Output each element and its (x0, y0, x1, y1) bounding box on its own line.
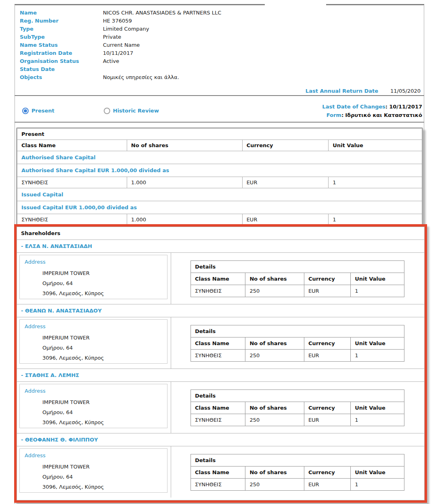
table-title-row: Present (17, 129, 422, 140)
form-value: Ιδρυτικό και Καταστατικό (345, 112, 422, 118)
shareholder-block: - ΕΛΣΑ Ν. ΑΝΑΣΤΑΣΙΑΔΗ Address IMPERIUM T… (17, 240, 424, 304)
cell-class-name: ΣΥΝΗΘΕΙΣ (191, 285, 245, 297)
details-table: Details Class Name No of shares Currency… (191, 454, 404, 491)
address-label: Address (20, 320, 167, 329)
cell-no-of-shares: 1.000 (127, 177, 242, 188)
details-title: Details (191, 454, 404, 467)
address-label: Address (20, 449, 167, 458)
info-row-name: Name NICOS CHR. ANASTASIADES & PARTNERS … (17, 9, 421, 17)
col-unit-value: Unit Value (351, 337, 404, 350)
address-label: Address (20, 255, 167, 265)
separator: : (341, 112, 343, 118)
cell-unit-value: 1 (351, 479, 404, 491)
details-header-row: Class Name No of shares Currency Unit Va… (191, 467, 404, 479)
col-class-name: Class Name (17, 140, 127, 151)
cell-no-of-shares: 250 (245, 479, 304, 491)
address-line-2: Ομήρου, 64 (42, 472, 167, 482)
separator: : (385, 104, 387, 110)
cell-unit-value: 1 (329, 177, 422, 188)
section-label: Authorised Share Capital (17, 151, 422, 164)
col-no-of-shares: No of shares (245, 402, 304, 414)
field-label: Type (17, 25, 103, 33)
address-cell: Address IMPERIUM TOWER Ομήρου, 64 3096, … (17, 317, 171, 369)
field-label: Name Status (17, 41, 103, 49)
address-line-1: IMPERIUM TOWER (42, 333, 167, 343)
address-box: Address IMPERIUM TOWER Ομήρου, 64 3096, … (19, 319, 168, 364)
section-row-authorised: Authorised Share Capital (17, 151, 422, 164)
details-title: Details (191, 261, 404, 273)
details-header-row: Class Name No of shares Currency Unit Va… (191, 273, 404, 285)
shareholder-name[interactable]: - ΕΛΣΑ Ν. ΑΝΑΣΤΑΣΙΑΔΗ (17, 240, 424, 253)
cell-currency: EUR (242, 177, 329, 188)
col-currency: Currency (304, 273, 350, 285)
radio-unselected-icon[interactable] (104, 108, 110, 114)
field-value: NICOS CHR. ANASTASIADES & PARTNERS LLC (103, 9, 421, 17)
address-cell: Address IMPERIUM TOWER Ομήρου, 64 3096, … (17, 253, 171, 304)
address-line-3: 3096, Λεμεσός, Κύπρος (42, 482, 167, 492)
field-value: Limited Company (103, 25, 421, 33)
cell-class-name: ΣΥΝΗΘΕΙΣ (191, 479, 245, 491)
field-label: Name (17, 9, 103, 17)
registry-page: Name NICOS CHR. ANASTASIADES & PARTNERS … (0, 0, 444, 504)
col-class-name: Class Name (191, 273, 245, 285)
details-cell: Details Class Name No of shares Currency… (171, 446, 424, 498)
cell-unit-value: 1 (351, 285, 404, 297)
shareholder-detail-row: Address IMPERIUM TOWER Ομήρου, 64 3096, … (17, 446, 424, 498)
col-no-of-shares: No of shares (245, 467, 304, 479)
section-row-issued-divided: Issued Capital EUR 1.000,00 divided as (17, 201, 422, 214)
info-row-name-status: Name Status Current Name (17, 41, 421, 49)
col-unit-value: Unit Value (351, 273, 404, 285)
field-label: Registration Date (17, 49, 103, 57)
details-header-row: Class Name No of shares Currency Unit Va… (191, 337, 404, 350)
info-row-type: Type Limited Company (17, 25, 421, 33)
last-annual-return-label: Last Annual Return Date (306, 88, 378, 94)
address-line-1: IMPERIUM TOWER (42, 397, 167, 407)
details-data-row: ΣΥΝΗΘΕΙΣ 250 EUR 1 (191, 414, 404, 426)
address-cell: Address IMPERIUM TOWER Ομήρου, 64 3096, … (17, 382, 171, 433)
details-title: Details (191, 390, 404, 402)
address-line-2: Ομήρου, 64 (42, 343, 167, 353)
field-label: Organisation Status (17, 57, 103, 65)
company-info-panel: Name NICOS CHR. ANASTASIADES & PARTNERS … (15, 9, 424, 94)
info-row-reg-number: Reg. Number HE 376059 (17, 17, 421, 25)
cell-class-name: ΣΥΝΗΘΕΙΣ (17, 177, 127, 188)
cell-unit-value: 1 (351, 350, 404, 362)
form-label: Form (327, 112, 341, 118)
col-currency: Currency (304, 337, 350, 350)
address-label: Address (20, 384, 167, 394)
present-radio[interactable]: Present (22, 108, 54, 114)
cell-no-of-shares: 250 (245, 414, 304, 426)
info-row-objects: Objects Νομικές υπηρεσίες και άλλα. (17, 73, 421, 81)
section-row-issued: Issued Capital (17, 188, 422, 201)
field-value: Νομικές υπηρεσίες και άλλα. (103, 73, 421, 81)
form-line: Form: Ιδρυτικό και Καταστατικό (322, 111, 422, 119)
shareholder-detail-row: Address IMPERIUM TOWER Ομήρου, 64 3096, … (17, 317, 424, 369)
last-date-of-changes-value: 10/11/2017 (389, 104, 422, 110)
radio-selected-icon[interactable] (22, 108, 29, 114)
section-label: Issued Capital (17, 188, 422, 201)
historic-review-radio[interactable]: Historic Review (104, 108, 159, 114)
address-line-2: Ομήρου, 64 (42, 278, 167, 288)
section-row-authorised-divided: Authorised Share Capital EUR 1.000,00 di… (17, 164, 422, 177)
col-unit-value: Unit Value (329, 140, 422, 151)
shareholder-block: - ΘΕΑΝΩ Ν. ΑΝΑΣΤΑΣΙΑΔΟΥ Address IMPERIUM… (17, 304, 424, 369)
details-data-row: ΣΥΝΗΘΕΙΣ 250 EUR 1 (191, 479, 404, 491)
shareholder-name[interactable]: - ΣΤΑΘΗΣ Α. ΛΕΜΗΣ (17, 369, 424, 382)
last-annual-return-row: Last Annual Return Date 11/05/2020 (17, 88, 421, 94)
historic-review-radio-label[interactable]: Historic Review (113, 108, 159, 114)
details-cell: Details Class Name No of shares Currency… (171, 382, 424, 433)
table-title: Present (17, 129, 422, 140)
details-title-row: Details (191, 261, 404, 273)
present-radio-label[interactable]: Present (31, 108, 54, 114)
cell-currency: EUR (304, 414, 350, 426)
info-row-subtype: SubType Private (17, 33, 421, 41)
details-table: Details Class Name No of shares Currency… (191, 389, 404, 426)
shareholder-name[interactable]: - ΘΕΑΝΩ Ν. ΑΝΑΣΤΑΣΙΑΔΟΥ (17, 304, 424, 317)
shareholder-name[interactable]: - ΘΕΟΦΑΝΗΣ Θ. ΦΙΛΙΠΠΟΥ (17, 433, 424, 446)
cell-class-name: ΣΥΝΗΘΕΙΣ (17, 214, 127, 225)
col-unit-value: Unit Value (351, 467, 404, 479)
col-class-name: Class Name (191, 402, 245, 414)
details-header-row: Class Name No of shares Currency Unit Va… (191, 402, 404, 414)
col-no-of-shares: No of shares (245, 273, 304, 285)
shareholders-panel: Shareholders - ΕΛΣΑ Ν. ΑΝΑΣΤΑΣΙΑΔΗ Addre… (17, 227, 425, 500)
